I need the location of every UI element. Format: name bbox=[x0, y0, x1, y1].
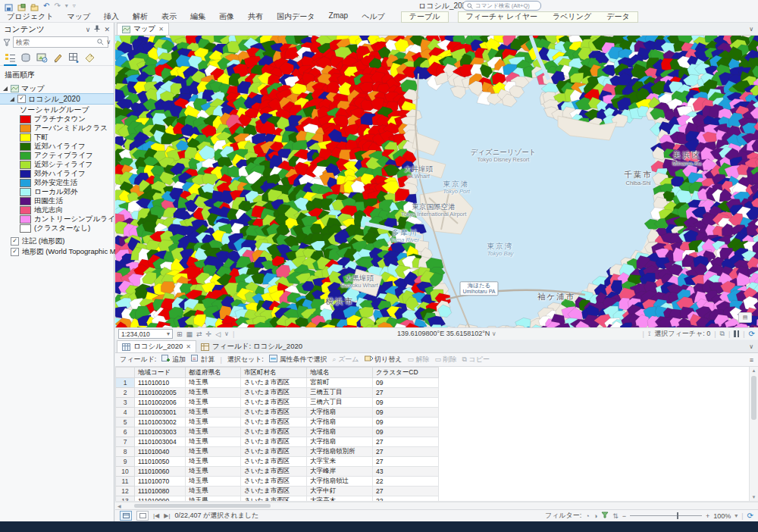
layer-visibility-checkbox[interactable]: ✓ bbox=[17, 95, 26, 103]
search-dropdown-icon[interactable]: ∨ bbox=[106, 39, 111, 46]
zoom-out-icon[interactable]: − bbox=[622, 512, 626, 520]
ribbon-contextual-tab[interactable]: データ bbox=[599, 11, 637, 22]
table-row[interactable]: 311101002006埼玉県さいたま市西区三橋六丁目09 bbox=[116, 398, 439, 408]
legend-swatch[interactable] bbox=[20, 179, 31, 187]
table-row[interactable]: 611101003003埼玉県さいたま市西区大字指扇09 bbox=[116, 427, 439, 437]
map-view-tab[interactable]: マップ ✕ bbox=[117, 23, 169, 35]
map-canvas[interactable]: ▤ ディズニーリゾートTokyo Disney Resort大井埠頭Oi Wha… bbox=[115, 36, 758, 327]
selection-tool-icon[interactable]: ⊞ bbox=[177, 330, 183, 338]
column-header[interactable]: 地域コード bbox=[135, 368, 186, 378]
table-row[interactable]: 10111010060埼玉県さいたま市西区大字峰岸43 bbox=[116, 467, 439, 477]
expander-icon[interactable] bbox=[2, 86, 8, 92]
pin-icon[interactable] bbox=[94, 25, 100, 33]
ribbon-contextual-tab[interactable]: フィーチャ レイヤー bbox=[459, 11, 545, 22]
column-header[interactable]: 都道府県名 bbox=[186, 368, 241, 378]
add-field-button[interactable]: 追加 bbox=[161, 355, 186, 365]
overlay-icon[interactable]: ⧉ bbox=[719, 330, 724, 338]
tab-list-chevron-icon[interactable]: ∨ bbox=[749, 343, 753, 350]
legend-swatch[interactable] bbox=[20, 152, 31, 160]
zoom-slider[interactable] bbox=[630, 515, 702, 516]
zoom-dropdown-icon[interactable]: ▾ bbox=[735, 512, 738, 519]
ribbon-tab[interactable]: 編集 bbox=[183, 11, 212, 22]
close-icon[interactable]: ✕ bbox=[158, 26, 164, 33]
table-tab-fields[interactable]: フィールド: ロコシル_2020 bbox=[196, 341, 307, 352]
table-menu-icon[interactable]: ≡ bbox=[750, 356, 753, 364]
table-row[interactable]: 9111010050埼玉県さいたま市西区大字宝来27 bbox=[116, 457, 439, 467]
table-row[interactable]: 711101003004埼玉県さいたま市西区大字指扇27 bbox=[116, 437, 439, 447]
list-by-drawing-order-icon[interactable] bbox=[5, 52, 16, 63]
table-row[interactable]: 8111010040埼玉県さいたま市西区大字指扇領別所27 bbox=[116, 447, 439, 457]
table-row[interactable]: 13111010090埼玉県さいたま市西区大字高木22 bbox=[116, 496, 439, 502]
table-vertical-scrollbar[interactable]: ▲▼ bbox=[749, 367, 758, 501]
close-icon[interactable]: ✕ bbox=[186, 343, 191, 350]
zoom-to-selection-button[interactable]: ⌕ ズーム bbox=[333, 355, 359, 365]
ribbon-contextual-tab[interactable]: ラベリング bbox=[545, 11, 599, 22]
table-row[interactable]: 11111010070埼玉県さいたま市西区大字指扇領辻22 bbox=[116, 477, 439, 487]
legend-swatch[interactable] bbox=[20, 142, 31, 151]
contents-search-input[interactable] bbox=[13, 36, 108, 48]
ribbon-tab[interactable]: プロジェクト bbox=[0, 11, 60, 22]
legend-swatch[interactable] bbox=[20, 170, 31, 178]
table-row[interactable]: 1111010010埼玉県さいたま市西区宮前町09 bbox=[116, 378, 439, 388]
tree-node-group[interactable]: ソーシャルグループ bbox=[0, 105, 114, 114]
delete-selection-button[interactable]: ▭ 削除 bbox=[435, 355, 457, 365]
list-by-labeling-icon[interactable] bbox=[84, 52, 96, 63]
form-view-button[interactable] bbox=[136, 511, 149, 521]
legend-swatch[interactable] bbox=[20, 124, 31, 133]
command-search-box[interactable]: コマンド検索 (Alt+Q) bbox=[462, 1, 541, 11]
legend-swatch[interactable] bbox=[20, 206, 31, 214]
ribbon-tab[interactable]: 表示 bbox=[155, 11, 183, 22]
select-by-attributes-button[interactable]: 属性条件で選択 bbox=[269, 355, 327, 365]
table-row[interactable]: 211101002005埼玉県さいたま市西区三橋五丁目27 bbox=[116, 388, 439, 398]
list-by-data-source-icon[interactable] bbox=[20, 52, 32, 63]
list-by-snapping-icon[interactable] bbox=[68, 52, 80, 63]
filter-range-icon[interactable]: ◑ bbox=[594, 512, 597, 520]
redo-icon[interactable]: ↷ bbox=[54, 2, 60, 10]
legend-swatch[interactable] bbox=[20, 215, 31, 224]
column-header[interactable]: 市区町村名 bbox=[241, 368, 307, 378]
ribbon-tab[interactable]: Zmap bbox=[322, 11, 356, 22]
table-horizontal-scrollbar[interactable]: ◀ bbox=[115, 502, 758, 509]
crosshair-tool-icon[interactable]: ✛ bbox=[206, 330, 212, 338]
map-scale-input[interactable]: 1:234,010 ▾ bbox=[118, 329, 173, 339]
last-record-icon[interactable]: ▶| bbox=[164, 512, 170, 519]
sound-tool-icon[interactable]: ◁ bbox=[215, 330, 221, 338]
column-header[interactable]: 地域名 bbox=[307, 368, 373, 378]
legend-swatch[interactable] bbox=[20, 133, 31, 142]
tree-node-map[interactable]: マップ bbox=[0, 83, 114, 93]
undo-icon[interactable]: ↶ bbox=[43, 2, 49, 10]
filter-funnel-icon[interactable] bbox=[601, 512, 609, 520]
zoom-in-icon[interactable]: + bbox=[706, 512, 709, 520]
table-tab-active[interactable]: ロコシル_2020 ✕ bbox=[117, 340, 196, 352]
sort-icon[interactable]: ⇅ bbox=[612, 512, 619, 520]
layer-visibility-checkbox[interactable]: ✓ bbox=[11, 237, 19, 246]
list-by-visibility-icon[interactable] bbox=[36, 52, 48, 63]
add-data-icon[interactable] bbox=[17, 2, 26, 10]
basemap-layer-item[interactable]: ✓注記 (地形図) bbox=[0, 236, 114, 246]
basemap-layer-item[interactable]: ✓地形図 (World Topographic Map) bbox=[0, 246, 114, 257]
expander-icon[interactable] bbox=[9, 96, 15, 102]
layer-visibility-checkbox[interactable]: ✓ bbox=[11, 248, 19, 256]
legend-swatch[interactable] bbox=[20, 197, 31, 205]
ribbon-tab[interactable]: 共有 bbox=[241, 11, 270, 22]
ribbon-tab[interactable]: 画像 bbox=[212, 11, 241, 22]
tools-chevron-icon[interactable]: ∨ bbox=[224, 330, 229, 337]
filter-icon[interactable] bbox=[3, 39, 11, 46]
ribbon-tab[interactable]: マップ bbox=[60, 11, 97, 22]
chevron-down-icon[interactable]: ∨ bbox=[86, 26, 91, 33]
ribbon-tab[interactable]: 解析 bbox=[126, 11, 155, 22]
legend-swatch[interactable] bbox=[20, 224, 31, 233]
snap-tool-icon[interactable]: ⇄ bbox=[196, 330, 202, 338]
ribbon-tab[interactable]: ヘルプ bbox=[355, 11, 392, 22]
filter-time-icon[interactable]: ◔ bbox=[585, 512, 589, 520]
map-popup-icon[interactable]: ▤ bbox=[738, 312, 752, 323]
list-by-editing-icon[interactable] bbox=[52, 52, 64, 63]
tree-node-layer[interactable]: ✓ ロコシル_2020 bbox=[0, 93, 114, 105]
legend-swatch[interactable] bbox=[20, 161, 31, 169]
table-row[interactable]: 511101003002埼玉県さいたま市西区大字指扇09 bbox=[116, 418, 439, 427]
close-icon[interactable]: ✕ bbox=[104, 26, 110, 33]
map-coordinates[interactable]: 139.6109800°E 35.6158102°N ∨ bbox=[397, 330, 496, 337]
ribbon-tab[interactable]: 国内データ bbox=[270, 11, 321, 22]
column-header[interactable]: クラスターCD bbox=[373, 368, 439, 378]
calculate-field-button[interactable]: = 計算 bbox=[191, 355, 215, 365]
